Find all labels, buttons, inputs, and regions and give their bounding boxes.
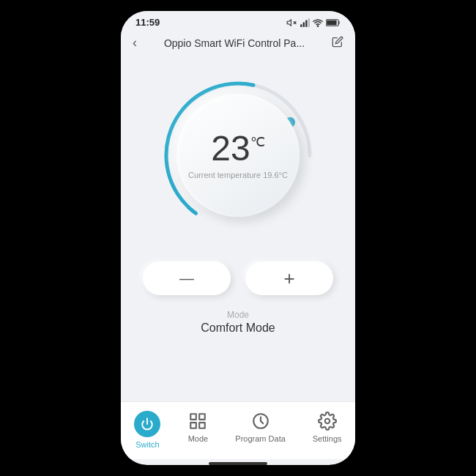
signal-icon [300, 18, 310, 28]
svg-rect-8 [327, 20, 337, 24]
svg-point-18 [324, 419, 330, 424]
settings-icon [318, 412, 337, 431]
controls: — + [121, 261, 355, 295]
current-temperature: Current temperature 19.6°C [188, 171, 288, 179]
svg-rect-14 [200, 414, 206, 420]
decrease-icon: — [179, 270, 194, 287]
temperature-value: 23℃ [211, 131, 264, 166]
nav-item-program-data[interactable]: Program Data [228, 409, 292, 450]
thermostat-display: 23℃ Current temperature 19.6°C [176, 94, 300, 217]
switch-icon-bg [134, 411, 160, 437]
main-content: 23℃ Current temperature 19.6°C — + Mode … [121, 56, 355, 401]
silent-icon [286, 18, 297, 28]
svg-rect-4 [305, 20, 307, 26]
decrease-button[interactable]: — [143, 261, 231, 295]
home-indicator [209, 462, 267, 465]
nav-bar: ‹ Oppio Smart WiFi Control Pa... [121, 31, 355, 56]
wifi-icon [313, 18, 323, 28]
program-data-label: Program Data [235, 434, 285, 443]
nav-item-mode[interactable]: Mode [180, 409, 215, 450]
switch-label: Switch [135, 440, 159, 449]
svg-rect-16 [200, 423, 206, 428]
status-time: 11:59 [135, 17, 160, 28]
mode-label: Mode [201, 310, 275, 320]
status-bar: 11:59 [121, 11, 355, 31]
settings-label: Settings [313, 434, 342, 443]
page-title: Oppio Smart WiFi Control Pa... [164, 37, 305, 49]
nav-item-switch[interactable]: Switch [127, 409, 168, 450]
thermostat-container: 23℃ Current temperature 19.6°C [161, 78, 315, 232]
svg-rect-13 [191, 414, 197, 420]
svg-point-6 [317, 26, 318, 26]
power-icon [141, 417, 154, 431]
increase-icon: + [283, 267, 294, 290]
grid-icon [188, 412, 207, 431]
svg-rect-5 [308, 18, 310, 27]
temp-unit: ℃ [250, 135, 265, 149]
bottom-nav: Switch Mode Program Data [121, 401, 355, 459]
back-button[interactable]: ‹ [133, 35, 137, 51]
svg-rect-2 [300, 24, 302, 27]
mode-section: Mode Comfort Mode [201, 310, 275, 335]
increase-button[interactable]: + [245, 261, 333, 295]
mode-icon-wrapper [187, 411, 208, 431]
status-icons [286, 18, 341, 28]
svg-rect-3 [303, 22, 305, 26]
mode-value: Comfort Mode [201, 321, 275, 335]
clock-icon [251, 412, 270, 431]
settings-icon-wrapper [317, 411, 338, 431]
edit-button[interactable] [332, 36, 343, 50]
program-icon-wrapper [250, 411, 271, 431]
mode-nav-label: Mode [188, 434, 209, 443]
nav-item-settings[interactable]: Settings [305, 409, 349, 450]
battery-icon [326, 18, 341, 27]
svg-rect-15 [191, 423, 197, 428]
